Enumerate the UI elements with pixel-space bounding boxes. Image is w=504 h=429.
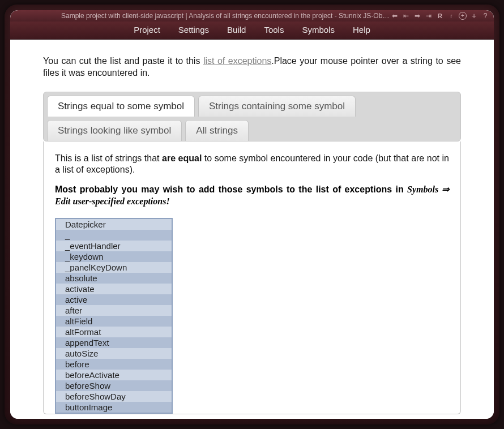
reload-icon[interactable]: R [436,12,444,20]
list-item[interactable]: _panelKeyDown [56,262,172,273]
menu-tools[interactable]: Tools [264,25,284,35]
tab-strings-equal[interactable]: Strings equal to some symbol [47,96,195,117]
list-item[interactable]: beforeShow [56,380,172,391]
tab-panel: This is a list of strings that are equal… [43,141,461,414]
help-icon[interactable]: ? [481,12,489,20]
list-item[interactable]: altField [56,316,172,327]
window-title: Sample project with client-side javascri… [61,12,391,20]
list-item[interactable]: _keydown [56,251,172,262]
list-item[interactable]: before [56,359,172,370]
plus-icon[interactable]: + [470,12,478,20]
list-item[interactable]: activate [56,284,172,294]
list-item[interactable]: absolute [56,273,172,284]
intro-prefix: You can cut the list and paste it to thi… [43,56,203,66]
back-icon[interactable]: ⬅ [391,12,399,20]
desc-bold: are equal [162,153,202,163]
titlebar: Sample project with client-side javascri… [10,10,494,22]
list-item[interactable]: beforeShowDay [56,391,172,402]
list-item[interactable]: autoSize [56,348,172,359]
list-item[interactable]: buttonImage [56,402,172,413]
menu-project[interactable]: Project [134,25,160,35]
menu-help[interactable]: Help [353,25,370,35]
menubar: Project Settings Build Tools Symbols Hel… [10,22,494,40]
add-icon[interactable]: + [459,12,467,20]
menu-build[interactable]: Build [227,25,246,35]
strings-list: Datepicker__eventHandler_keydown_panelKe… [55,218,173,414]
list-item[interactable]: beforeActivate [56,370,172,380]
advice: Most probably you may wish to add those … [55,184,449,208]
pipe-icon-2: ⇥ [425,12,433,20]
tab-strings-containing[interactable]: Strings containing some symbol [198,96,356,117]
reload-icon-2[interactable]: r [447,12,455,20]
list-item[interactable]: _ [56,230,172,241]
desc-prefix: This is a list of strings that [55,153,162,163]
exceptions-link[interactable]: list of exceptions [203,56,271,66]
list-item[interactable]: active [56,294,172,305]
list-item[interactable]: appendText [56,337,172,348]
menu-settings[interactable]: Settings [178,25,209,35]
advice-lead: Most probably you may wish to add those … [55,185,407,194]
list-item[interactable]: _eventHandler [56,241,172,251]
list-item[interactable]: altFormat [56,327,172,337]
intro-paragraph: You can cut the list and paste it to thi… [43,55,461,79]
content-area: You can cut the list and paste it to thi… [10,40,494,419]
pipe-icon-1: ⇤ [402,12,410,20]
list-item[interactable]: after [56,305,172,316]
tab-strings-looking[interactable]: Strings looking like symbol [47,120,182,141]
tab-all-strings[interactable]: All strings [185,120,249,141]
description: This is a list of strings that are equal… [55,153,449,177]
list-item[interactable]: Datepicker [56,219,172,230]
menu-symbols[interactable]: Symbols [302,25,335,35]
forward-icon[interactable]: ➡ [413,12,421,20]
tabs-header: Strings equal to some symbol Strings con… [43,92,461,141]
